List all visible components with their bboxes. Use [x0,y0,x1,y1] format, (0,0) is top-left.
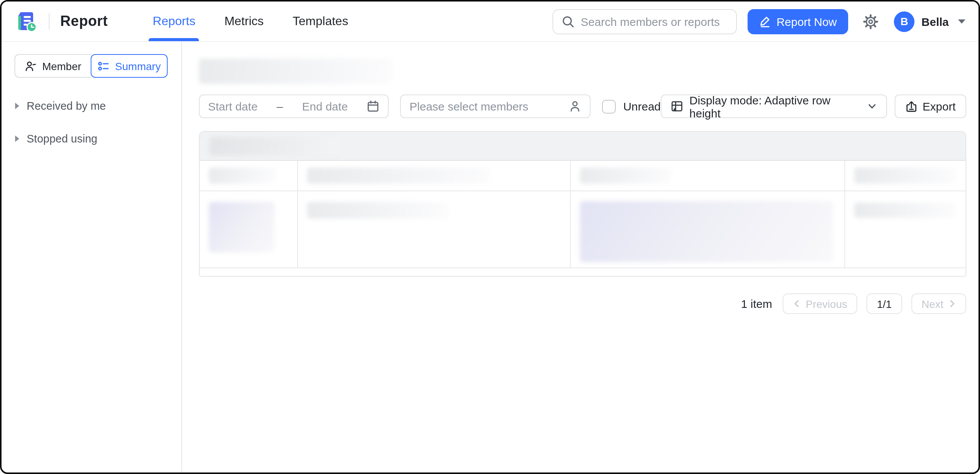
chevron-left-icon [793,299,801,308]
nav-tabs: Reports Metrics Templates [138,2,363,41]
person-icon [568,100,581,113]
page-indicator[interactable]: 1/1 [866,293,902,314]
table-header-cell [200,161,298,191]
unread-filter[interactable]: Unread [602,99,661,113]
caret-down-icon [957,18,966,25]
table-cell [200,191,298,267]
user-name: Bella [921,15,949,28]
search-input[interactable] [581,15,728,28]
table-header-row [200,161,966,191]
summary-table [199,131,966,277]
tab-templates[interactable]: Templates [278,2,363,41]
display-mode-label: Display mode: Adaptive row height [689,93,861,119]
pencil-icon [759,15,771,27]
start-date-placeholder: Start date [208,100,258,113]
pagination: 1 item Previous 1/1 Next [199,293,966,314]
calendar-icon [367,100,380,113]
tab-reports[interactable]: Reports [138,2,210,41]
chevron-down-icon [867,101,877,111]
nav-right: Report Now B Bella [552,9,966,34]
app-logo-icon [14,9,38,34]
brand-divider [49,13,50,30]
unread-checkbox[interactable] [602,99,616,113]
brand: Report [14,9,108,34]
view-toggle-member[interactable]: Member [14,54,91,78]
redacted-cell-content [580,201,833,262]
table-cell [845,191,966,267]
tree-caret-icon[interactable] [14,135,20,143]
sidebar-tree: Received by me Stopped using [14,100,168,145]
table-header-cell [845,161,966,191]
settings-gear-icon[interactable] [863,13,879,29]
app-window: Report Reports Metrics Templates [0,0,980,474]
unread-label: Unread [623,100,661,113]
redacted-header [307,168,490,184]
redacted-page-title [199,59,392,84]
previous-label: Previous [806,298,847,310]
display-grid-icon [671,100,683,113]
date-separator: – [277,100,283,113]
tab-reports-label: Reports [153,14,195,28]
table-header-cell [571,161,845,191]
end-date-placeholder: End date [302,100,348,113]
redacted-cell-content [209,202,274,252]
tree-caret-icon[interactable] [14,102,20,110]
table-cell [298,191,571,267]
date-range-picker[interactable]: Start date – End date [199,94,389,118]
page-indicator-label: 1/1 [877,298,892,310]
member-select-placeholder: Please select members [410,100,528,113]
table-group-band [200,132,966,161]
export-icon [905,100,917,112]
report-now-label: Report Now [777,15,837,28]
tab-templates-label: Templates [293,14,348,28]
view-toggle-summary[interactable]: Summary [91,54,168,78]
view-toggle-member-label: Member [42,60,82,72]
export-button[interactable]: Export [894,94,966,118]
tab-metrics-label: Metrics [224,14,264,28]
export-label: Export [922,100,956,113]
sidebar-item-received-by-me[interactable]: Received by me [14,100,168,112]
redacted-header [580,168,671,184]
report-now-button[interactable]: Report Now [748,9,848,34]
redacted-header [854,168,955,184]
sidebar-item-label: Received by me [27,100,106,112]
next-page-button[interactable]: Next [911,293,966,314]
user-menu[interactable]: B Bella [894,11,966,32]
sidebar: Member Summary Received by me [2,42,182,472]
redacted-cell-content [854,203,955,218]
redacted-header [209,168,276,184]
sidebar-item-label: Stopped using [27,133,97,145]
filter-bar: Start date – End date Please select memb… [199,94,966,118]
avatar: B [894,11,914,32]
member-select[interactable]: Please select members [400,94,591,118]
search-icon [562,15,575,28]
table-footer-strip [200,268,966,276]
table-cell [571,191,845,267]
display-mode-dropdown[interactable]: Display mode: Adaptive row height [661,94,887,118]
view-toggle-summary-label: Summary [115,60,161,72]
search-box[interactable] [552,9,737,34]
tab-metrics[interactable]: Metrics [210,2,278,41]
summary-list-icon [98,60,110,72]
next-label: Next [921,298,943,310]
redacted-group-title [210,137,339,155]
app-title: Report [60,13,108,30]
member-person-icon [25,60,37,72]
sidebar-item-stopped-using[interactable]: Stopped using [14,133,168,145]
active-tab-underline [149,38,199,41]
top-nav: Report Reports Metrics Templates [2,2,978,42]
pagination-total: 1 item [741,297,772,310]
chevron-right-icon [948,299,956,308]
redacted-cell-content [307,202,449,219]
previous-page-button[interactable]: Previous [783,293,857,314]
view-toggle: Member Summary [14,54,168,78]
main-content: Start date – End date Please select memb… [182,42,978,472]
table-header-cell [298,161,571,191]
table-row[interactable] [200,191,966,268]
